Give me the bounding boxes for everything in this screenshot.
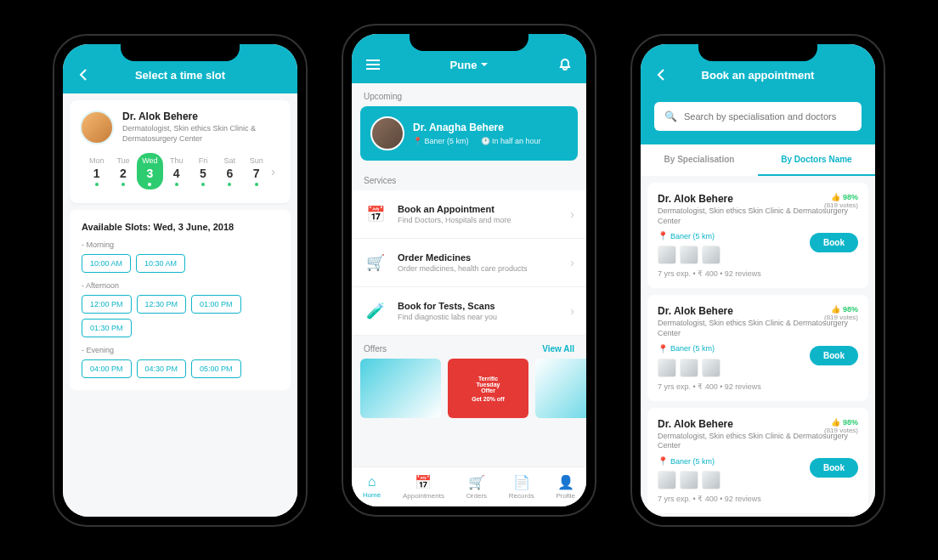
offers-carousel[interactable]: Terrific Tuesday Offer Get 20% off xyxy=(352,359,586,425)
time-slot[interactable]: 12:00 PM xyxy=(82,295,132,314)
evening-slots: 04:00 PM 04:30 PM 05:00 PM xyxy=(82,359,279,378)
available-title: Available Slots: Wed, 3 June, 2018 xyxy=(82,222,279,232)
back-icon[interactable] xyxy=(76,68,92,82)
doctor-list-card[interactable]: 👍 98%(819 votes) Dr. Alok Behere Dermato… xyxy=(647,183,868,288)
upcoming-card[interactable]: Dr. Anagha Behere 📍 Baner (5 km) 🕐 In ha… xyxy=(360,106,578,161)
chevron-right-icon: › xyxy=(570,207,574,221)
upcoming-name: Dr. Anagha Behere xyxy=(413,122,568,133)
home-icon: ⌂ xyxy=(363,474,381,489)
tab-doctors-name[interactable]: By Doctors Name xyxy=(758,144,875,176)
afternoon-slots: 12:00 PM 12:30 PM 01:00 PM 01:30 PM xyxy=(82,295,279,337)
notch xyxy=(121,42,240,61)
phone-mockup-1: Select a time slot Dr. Alok Behere Derma… xyxy=(53,34,308,527)
time-slot[interactable]: 12:30 PM xyxy=(137,295,187,314)
body: 👍 98%(819 votes) Dr. Alok Behere Dermato… xyxy=(641,176,875,517)
calendar-icon: 📅 xyxy=(403,474,444,490)
doctor-card: Dr. Alok Behere Dermatologist, Skin ethi… xyxy=(70,100,291,203)
nav-profile[interactable]: 👤Profile xyxy=(556,474,575,500)
phone-mockup-3: Book an appointment 🔍 By Specialisation … xyxy=(630,34,885,527)
notch xyxy=(698,42,817,61)
chevron-down-icon xyxy=(481,63,488,70)
body: Dr. Alok Behere Dermatologist, Skin ethi… xyxy=(63,93,297,517)
page-title: Select a time slot xyxy=(102,69,258,82)
day-fri[interactable]: Fri5 xyxy=(189,153,216,189)
rating: 👍 98%(819 votes) xyxy=(824,193,858,209)
time-slot[interactable]: 01:30 PM xyxy=(82,319,132,337)
doctor-list-card[interactable]: 👍 98%(819 votes) Dr. Alok Behere Dermato… xyxy=(647,408,868,513)
doctor-subtitle: Dermatologist, Skin ethics Skin Clinic &… xyxy=(658,432,858,451)
upcoming-time: 🕐 In half an hour xyxy=(481,137,541,145)
nav-home[interactable]: ⌂Home xyxy=(363,474,381,500)
service-medicines[interactable]: 🛒 Order MedicinesOrder medicines, health… xyxy=(352,239,586,287)
time-slot[interactable]: 05:00 PM xyxy=(191,359,241,378)
book-button[interactable]: Book xyxy=(810,346,858,365)
day-sat[interactable]: Sat6 xyxy=(217,153,243,189)
offers-label: OffersView All xyxy=(352,336,586,359)
bell-icon[interactable] xyxy=(557,58,573,71)
day-sun[interactable]: Sun7 xyxy=(243,153,269,189)
day-picker: Mon1 Tue2 Wed3 Thu4 Fri5 Sat6 Sun7 › xyxy=(80,144,280,193)
doctor-list-card[interactable]: 👍 98%(819 votes) Dr. Alok Behere Dermato… xyxy=(647,295,868,400)
upcoming-place: 📍 Baner (5 km) xyxy=(413,137,469,145)
profile-icon: 👤 xyxy=(556,474,575,490)
time-slot[interactable]: 04:00 PM xyxy=(82,359,132,378)
tab-specialisation[interactable]: By Specialisation xyxy=(641,144,758,176)
location-selector[interactable]: Pune xyxy=(450,59,489,71)
book-button[interactable]: Book xyxy=(810,458,858,478)
day-thu[interactable]: Thu4 xyxy=(163,153,189,189)
bottom-nav: ⌂Home 📅Appointments 🛒Orders 📄Records 👤Pr… xyxy=(352,467,586,506)
offer-tile[interactable]: Terrific Tuesday Offer Get 20% off xyxy=(448,359,528,418)
time-slot[interactable]: 10:00 AM xyxy=(82,254,131,273)
doctor-name: Dr. Alok Behere xyxy=(122,110,280,122)
pin-icon: 📍 xyxy=(658,456,668,466)
screen-2: Pune Upcoming Dr. Anagha Behere 📍 Baner … xyxy=(352,34,586,506)
afternoon-label: - Afternoon xyxy=(82,281,279,290)
nav-orders[interactable]: 🛒Orders xyxy=(466,474,487,500)
doctor-subtitle: Dermatologist, Skin ethics Skin Clinic &… xyxy=(122,124,280,144)
service-appointment[interactable]: 📅 Book an AppointmentFind Doctors, Hospi… xyxy=(352,190,586,239)
doctor-meta: 7 yrs exp. • ₹ 400 • 92 reviews xyxy=(658,269,858,278)
nav-records[interactable]: 📄Records xyxy=(509,474,534,500)
page-title: Book an appointment xyxy=(670,69,846,82)
book-button[interactable]: Book xyxy=(810,233,858,252)
calendar-icon: 📅 xyxy=(364,202,387,226)
chevron-right-icon[interactable]: › xyxy=(269,165,277,178)
cart-icon: 🛒 xyxy=(466,474,487,490)
doctor-row: Dr. Alok Behere Dermatologist, Skin ethi… xyxy=(80,110,280,144)
lab-icon: 🧪 xyxy=(364,299,387,323)
notch xyxy=(410,32,528,51)
rating: 👍 98%(819 votes) xyxy=(824,418,858,434)
nav-appointments[interactable]: 📅Appointments xyxy=(403,474,444,500)
pin-icon: 📍 xyxy=(658,344,668,354)
search-icon: 🔍 xyxy=(664,110,677,122)
body: Upcoming Dr. Anagha Behere 📍 Baner (5 km… xyxy=(352,83,586,467)
time-slot[interactable]: 01:00 PM xyxy=(191,295,241,314)
avatar xyxy=(370,116,404,150)
records-icon: 📄 xyxy=(509,474,534,490)
phone-mockup-2: Pune Upcoming Dr. Anagha Behere 📍 Baner … xyxy=(342,24,596,517)
offer-tile[interactable] xyxy=(535,359,586,418)
doctor-subtitle: Dermatologist, Skin ethics Skin Clinic &… xyxy=(658,206,858,226)
doctor-subtitle: Dermatologist, Skin ethics Skin Clinic &… xyxy=(658,319,858,338)
rating: 👍 98%(819 votes) xyxy=(824,305,858,321)
time-slot[interactable]: 10:30 AM xyxy=(136,254,185,273)
doctor-meta: 7 yrs exp. • ₹ 400 • 92 reviews xyxy=(658,382,858,391)
search-input[interactable]: 🔍 xyxy=(654,102,862,131)
offer-tile[interactable] xyxy=(360,359,441,418)
avatar xyxy=(80,110,114,144)
day-wed[interactable]: Wed3 xyxy=(137,153,163,189)
doctor-meta: 7 yrs exp. • ₹ 400 • 92 reviews xyxy=(658,495,858,503)
pin-icon: 📍 xyxy=(658,231,668,240)
upcoming-label: Upcoming xyxy=(352,83,586,106)
menu-icon[interactable] xyxy=(365,59,381,70)
service-tests[interactable]: 🧪 Book for Tests, ScansFind diagnostic l… xyxy=(352,287,586,336)
back-icon[interactable] xyxy=(654,68,670,82)
day-mon[interactable]: Mon1 xyxy=(83,153,110,189)
screen-3: Book an appointment 🔍 By Specialisation … xyxy=(641,44,875,517)
tabs: By Specialisation By Doctors Name xyxy=(641,144,875,176)
view-all-link[interactable]: View All xyxy=(542,344,574,354)
time-slot[interactable]: 04:30 PM xyxy=(137,359,187,378)
chevron-right-icon: › xyxy=(570,304,574,318)
day-tue[interactable]: Tue2 xyxy=(110,153,136,189)
slots-card: Available Slots: Wed, 3 June, 2018 - Mor… xyxy=(70,210,291,390)
